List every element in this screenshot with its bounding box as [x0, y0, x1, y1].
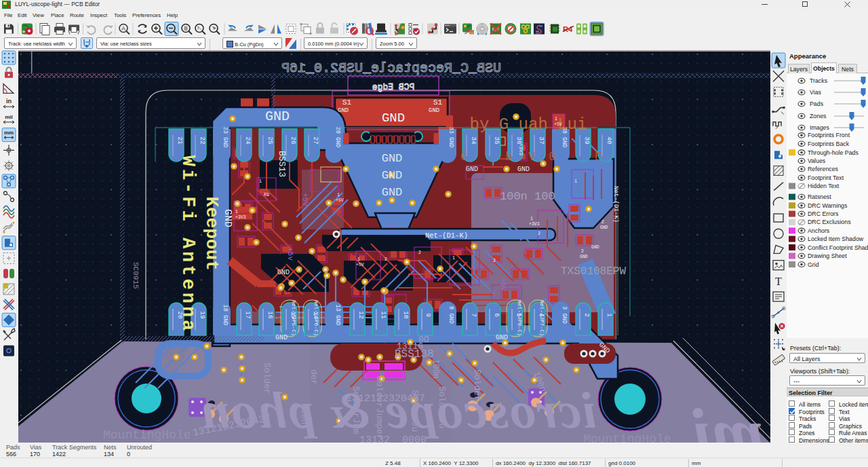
svg-text:GND: GND: [600, 225, 608, 230]
svg-text:S1: S1: [342, 98, 352, 107]
svg-text:+5v: +5v: [286, 247, 294, 261]
svg-text:2: 2: [386, 223, 394, 228]
svg-text:DRC Warnings: DRC Warnings: [808, 202, 848, 209]
svg-text:Footprints Back: Footprints Back: [808, 141, 850, 147]
svg-text:27: 27: [312, 136, 319, 144]
svg-text:b: b: [505, 150, 513, 164]
svg-text:GND: GND: [338, 107, 349, 114]
svg-text:0: 0: [549, 150, 556, 164]
svg-text:+3V3: +3V3: [529, 222, 540, 227]
svg-text:GND: GND: [382, 111, 405, 126]
svg-text:Net-(D1-K): Net-(D1-K): [425, 231, 468, 240]
svg-text:2: 2: [538, 231, 540, 236]
svg-text:37: 37: [538, 136, 545, 144]
svg-text:+5V: +5V: [554, 122, 562, 127]
svg-text:GND: GND: [517, 166, 530, 173]
svg-text:40: 40: [606, 136, 613, 145]
svg-text:GND: GND: [466, 166, 478, 173]
svg-text:Net-(JP8-C): Net-(JP8-C): [517, 300, 523, 336]
svg-text:GND: GND: [275, 334, 288, 341]
svg-text:+5V: +5V: [336, 198, 344, 203]
svg-text:GND: GND: [496, 334, 508, 341]
svg-text:2: 2: [384, 257, 387, 262]
svg-text:0Ω: 0Ω: [418, 335, 429, 345]
svg-text:Pads: Pads: [810, 100, 824, 107]
svg-text:A: A: [121, 25, 125, 32]
svg-text:DRC Exclusions: DRC Exclusions: [808, 219, 851, 225]
svg-text:17: 17: [244, 311, 252, 318]
svg-text:3 GND: 3 GND: [561, 306, 568, 324]
svg-text:TXS0108EPW: TXS0108EPW: [561, 265, 626, 278]
svg-text:22: 22: [199, 136, 206, 145]
svg-text:35: 35: [493, 136, 500, 145]
svg-text:GND: GND: [580, 255, 588, 259]
svg-text:mil: mil: [5, 114, 13, 120]
svg-text:Images: Images: [810, 124, 829, 131]
svg-text:2: 2: [601, 220, 604, 225]
svg-text:1: 1: [259, 179, 262, 184]
svg-text:T: T: [775, 276, 782, 287]
svg-text:in: in: [6, 98, 12, 105]
svg-text:Footprint Text: Footprint Text: [808, 174, 844, 181]
svg-text:Anchors: Anchors: [808, 227, 830, 234]
svg-text:33 GND: 33 GND: [448, 127, 454, 148]
svg-text:Drawing Sheet: Drawing Sheet: [808, 253, 847, 259]
svg-text:GND: GND: [382, 186, 403, 199]
svg-text:Grid: Grid: [808, 261, 819, 268]
svg-text:2: 2: [581, 249, 584, 254]
svg-text:Hidden Text: Hidden Text: [808, 183, 840, 189]
svg-text:9: 9: [425, 313, 432, 317]
svg-text:Net-(JP6-C): Net-(JP6-C): [313, 300, 319, 336]
svg-text:MountingHole: MountingHole: [103, 428, 191, 442]
svg-text:by G uah Lui: by G uah Lui: [470, 115, 587, 134]
svg-text:Ratsnest: Ratsnest: [808, 193, 831, 200]
svg-text:V: V: [528, 150, 536, 164]
svg-text:mi: mi: [692, 394, 764, 443]
svg-text:+5V: +5V: [301, 193, 309, 206]
svg-text:+3V3: +3V3: [235, 215, 246, 220]
svg-text:39: 39: [583, 136, 591, 145]
svg-text:1: 1: [357, 257, 360, 262]
svg-text:7: 7: [470, 313, 477, 317]
svg-text:8 GND: 8 GND: [448, 306, 454, 324]
svg-text:Wi-Fi Antenna: Wi-Fi Antenna: [178, 155, 198, 334]
svg-text:100n 100: 100n 100: [500, 190, 555, 203]
svg-text:19: 19: [199, 311, 206, 319]
svg-text:Values: Values: [808, 157, 826, 164]
svg-text:R9: R9: [264, 193, 269, 198]
svg-text:2: 2: [493, 259, 496, 263]
svg-text:13 GND: 13 GND: [334, 305, 341, 326]
svg-text:10: 10: [402, 311, 410, 319]
svg-text:1: 1: [574, 179, 577, 184]
svg-text:11: 11: [380, 311, 387, 319]
svg-text:GND: GND: [382, 169, 403, 182]
svg-text:24: 24: [244, 136, 252, 145]
svg-text:23 GND: 23 GND: [222, 127, 229, 148]
svg-text:1: 1: [530, 217, 533, 221]
svg-text:2: 2: [583, 313, 591, 317]
svg-text:12: 12: [357, 311, 365, 319]
svg-text:2: 2: [418, 250, 421, 255]
svg-text:mm: mm: [4, 130, 14, 136]
svg-text:GND: GND: [382, 152, 403, 165]
svg-text:1: 1: [606, 313, 613, 317]
svg-text:DRC Errors: DRC Errors: [808, 210, 839, 217]
svg-text:PCB Edge: PCB Edge: [372, 82, 414, 92]
svg-text:1: 1: [452, 256, 455, 261]
svg-text:C: C: [460, 150, 468, 164]
svg-text:icroscope & phon: icroscope & phon: [199, 381, 596, 438]
svg-text:Net-(JP5-C): Net-(JP5-C): [291, 300, 297, 336]
svg-text:+3V3: +3V3: [518, 143, 524, 156]
svg-text:+5V: +5V: [356, 263, 364, 267]
svg-text:GND: GND: [429, 107, 439, 114]
svg-text:GND: GND: [277, 269, 290, 276]
svg-text:Net-(JP7-C): Net-(JP7-C): [539, 300, 545, 336]
svg-text:Through-hole Pads: Through-hole Pads: [808, 149, 859, 156]
svg-text:Vias: Vias: [810, 89, 822, 96]
svg-text:USB_C_Receptacle_USB2.0_16P: USB_C_Receptacle_USB2.0_16P: [281, 60, 501, 76]
svg-text:25: 25: [267, 136, 274, 145]
svg-text:GND: GND: [265, 109, 290, 124]
svg-text:BSS13: BSS13: [277, 151, 287, 177]
svg-text:Conflict Footprint Shado: Conflict Footprint Shado: [808, 244, 868, 251]
svg-text:Keepout: Keepout: [201, 196, 222, 270]
